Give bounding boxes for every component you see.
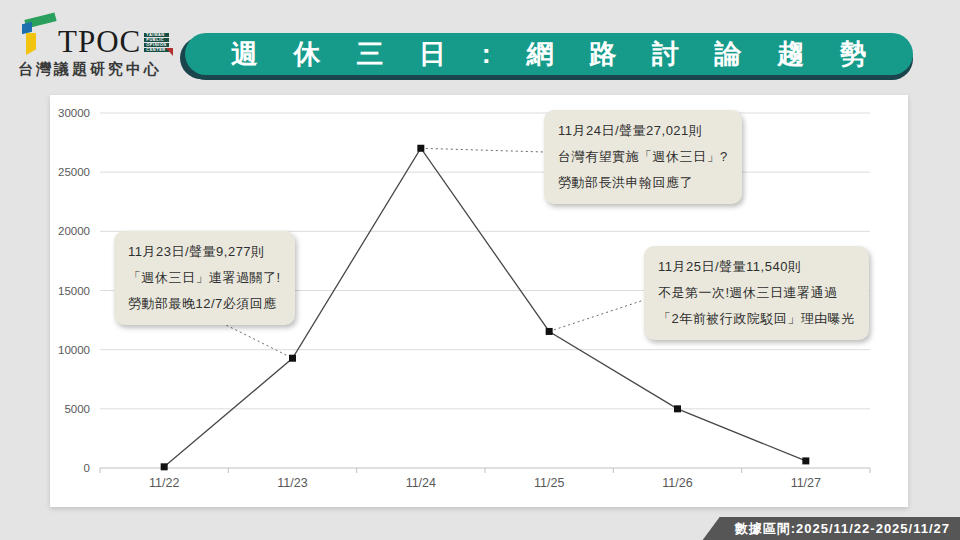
logo-red-triangle-icon [166, 48, 173, 56]
logo-subtext-block: TAIWAN PUBLIC OPINION CENTER [144, 33, 168, 52]
annotation-text: 11月23日/聲量9,277則 [128, 239, 281, 265]
title-char: 三 [356, 36, 383, 72]
footer-data-range: 數據區間:2025/11/22-2025/11/27 [703, 517, 960, 540]
data-point-marker [417, 145, 424, 152]
tpoc-logo: TPOC TAIWAN PUBLIC OPINION CENTER 台灣議題研究… [18, 10, 188, 79]
footer-data-range-label: 數據區間:2025/11/22-2025/11/27 [735, 520, 950, 538]
logo-brand-text: TPOC [58, 27, 141, 56]
x-tick-label: 11/22 [149, 476, 179, 490]
logo-org-name: 台灣議題研究中心 [18, 60, 188, 79]
annotation-connector [421, 148, 544, 152]
title-char: : [482, 39, 491, 70]
title-char: 論 [715, 36, 742, 72]
x-tick-label: 11/24 [406, 476, 436, 490]
annotation-connector [549, 300, 644, 331]
x-tick-label: 11/27 [791, 476, 821, 490]
annotation-text: 11月25日/聲量11,540則 [658, 254, 855, 280]
y-tick-label: 10000 [58, 344, 90, 356]
x-tick-label: 11/25 [534, 476, 564, 490]
annotation-text: 台灣有望實施「週休三日」? [558, 144, 728, 170]
logo-yellow-bar-icon [26, 33, 36, 55]
annotation-text: 勞動部最晚12/7必須回應 [128, 291, 281, 317]
y-tick-label: 30000 [58, 107, 90, 119]
y-tick-label: 25000 [58, 166, 90, 178]
title-char: 休 [294, 36, 321, 72]
y-tick-label: 5000 [64, 403, 90, 415]
data-point-marker [161, 463, 168, 470]
x-tick-label: 11/26 [662, 476, 692, 490]
annotation-text: 11月24日/聲量27,021則 [558, 118, 728, 144]
annotation-callout-nov24: 11月24日/聲量27,021則 台灣有望實施「週休三日」? 勞動部長洪申翰回應… [544, 110, 742, 204]
chart-card: 05000100001500020000250003000011/2211/23… [50, 95, 908, 507]
title-char: 網 [526, 36, 553, 72]
data-point-marker [289, 355, 296, 362]
title-char: 週 [231, 36, 258, 72]
annotation-callout-nov23: 11月23日/聲量9,277則 「週休三日」連署過關了! 勞動部最晚12/7必須… [114, 231, 295, 325]
title-char: 日 [419, 36, 446, 72]
annotation-callout-nov25: 11月25日/聲量11,540則 不是第一次!週休三日連署通過 「2年前被行政院… [644, 246, 869, 340]
y-tick-label: 15000 [58, 285, 90, 297]
y-tick-label: 20000 [58, 225, 90, 237]
annotation-text: 「2年前被行政院駁回」理由曝光 [658, 306, 855, 332]
data-point-marker [674, 405, 681, 412]
tpoc-logo-top: TPOC TAIWAN PUBLIC OPINION CENTER [18, 10, 188, 56]
title-char: 勢 [840, 36, 867, 72]
data-point-marker [802, 457, 809, 464]
title-char: 路 [589, 36, 616, 72]
annotation-text: 勞動部長洪申翰回應了 [558, 170, 728, 196]
tpoc-logo-mark-icon [18, 10, 58, 56]
annotation-text: 不是第一次!週休三日連署通過 [658, 280, 855, 306]
x-tick-label: 11/23 [277, 476, 307, 490]
logo-blue-fold-icon [22, 22, 32, 34]
title-char: 討 [652, 36, 679, 72]
page-title: 週休三日:網路討論趨勢 [185, 33, 913, 75]
title-char: 趨 [777, 36, 804, 72]
annotation-text: 「週休三日」連署過關了! [128, 265, 281, 291]
y-tick-label: 0 [84, 462, 90, 474]
title-pill: 週休三日:網路討論趨勢 [185, 33, 913, 75]
data-point-marker [546, 328, 553, 335]
